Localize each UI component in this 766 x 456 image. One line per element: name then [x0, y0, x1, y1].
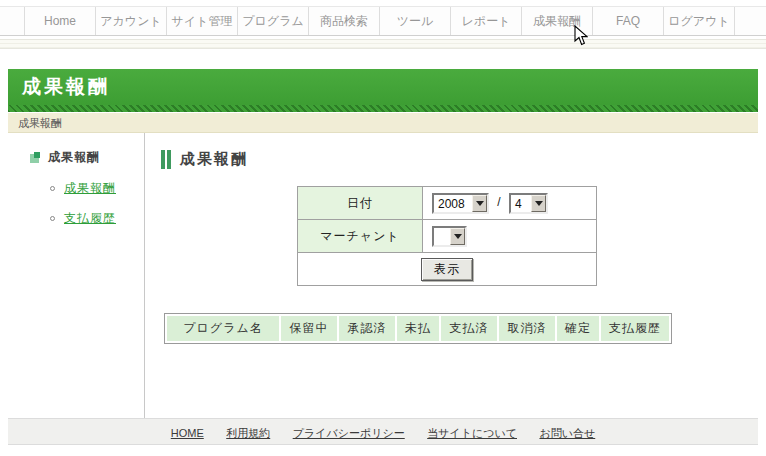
- column-header-payment-history: 支払履歴: [601, 316, 669, 341]
- dropdown-arrow-icon[interactable]: [450, 228, 465, 245]
- nav-item-program[interactable]: プログラム: [238, 7, 309, 35]
- month-select[interactable]: 4: [509, 193, 548, 214]
- date-value-cell: 2008 / 4: [423, 187, 597, 220]
- section-heading: 成果報酬: [161, 149, 758, 169]
- heading-bar-icon: [167, 150, 171, 169]
- date-label: 日付: [298, 187, 423, 220]
- column-header-paid: 支払済: [441, 316, 497, 341]
- footer-link-about-site[interactable]: 当サイトについて: [427, 427, 517, 439]
- sidebar-link-label[interactable]: 成果報酬: [64, 180, 116, 197]
- nav-item-site-admin[interactable]: サイト管理: [167, 7, 238, 35]
- sub-menu-band: [0, 39, 766, 49]
- sidebar: 成果報酬 成果報酬 支払履歴: [8, 133, 145, 418]
- sidebar-header: 成果報酬: [30, 149, 144, 166]
- footer-link-privacy-policy[interactable]: プライバシーポリシー: [293, 427, 405, 439]
- nav-item-faq[interactable]: FAQ: [593, 7, 664, 35]
- year-select-value: 2008: [434, 195, 472, 212]
- squares-icon: [30, 152, 42, 164]
- column-header-program-name: プログラム名: [167, 316, 279, 341]
- date-row: 日付 2008 / 4: [298, 187, 597, 220]
- top-navigation: Home アカウント サイト管理 プログラム 商品検索 ツール レポート 成果報…: [0, 6, 766, 36]
- circle-bullet-icon: [50, 186, 55, 191]
- dropdown-arrow-icon[interactable]: [531, 195, 546, 212]
- column-header-unpaid: 未払: [397, 316, 439, 341]
- nav-item-home[interactable]: Home: [25, 7, 96, 35]
- footer-link-terms[interactable]: 利用規約: [226, 427, 270, 439]
- column-header-cancelled: 取消済: [499, 316, 555, 341]
- main-panel: 成果報酬 日付 2008 / 4: [145, 133, 758, 418]
- column-header-confirmed: 確定: [557, 316, 599, 341]
- dropdown-arrow-icon[interactable]: [472, 195, 487, 212]
- merchant-select-value: [434, 228, 450, 245]
- results-header-row: プログラム名 保留中 承認済 未払 支払済 取消済 確定 支払履歴: [167, 316, 669, 341]
- filter-form-table: 日付 2008 / 4 マーチャント: [297, 186, 597, 286]
- merchant-value-cell: [423, 220, 597, 253]
- footer: HOME 利用規約 プライバシーポリシー 当サイトについて お問い合せ: [8, 418, 758, 445]
- nav-item-report[interactable]: レポート: [451, 7, 522, 35]
- banner-hatch-stripe: [8, 105, 758, 112]
- nav-spacer: [0, 7, 25, 35]
- sidebar-item-payment-history[interactable]: 支払履歴: [50, 210, 144, 227]
- results-table: プログラム名 保留中 承認済 未払 支払済 取消済 確定 支払履歴: [164, 313, 672, 344]
- column-header-approved: 承認済: [339, 316, 395, 341]
- footer-link-home[interactable]: HOME: [171, 427, 204, 439]
- merchant-select[interactable]: [432, 226, 467, 247]
- sidebar-link-label[interactable]: 支払履歴: [64, 210, 116, 227]
- nav-item-logout[interactable]: ログアウト: [664, 7, 735, 35]
- submit-row: 表示: [298, 253, 597, 286]
- page-banner: 成果報酬: [8, 69, 758, 105]
- nav-item-rewards[interactable]: 成果報酬: [522, 7, 593, 35]
- circle-bullet-icon: [50, 216, 55, 221]
- section-heading-text: 成果報酬: [180, 150, 248, 169]
- nav-item-tools[interactable]: ツール: [380, 7, 451, 35]
- date-separator: /: [497, 195, 500, 209]
- sidebar-item-rewards[interactable]: 成果報酬: [50, 180, 144, 197]
- page-container: 成果報酬 成果報酬 成果報酬 成果報酬 支払履歴: [8, 69, 758, 445]
- merchant-row: マーチャント: [298, 220, 597, 253]
- breadcrumb: 成果報酬: [8, 112, 758, 133]
- merchant-label: マーチャント: [298, 220, 423, 253]
- content-area: 成果報酬 成果報酬 支払履歴 成果報酬: [8, 133, 758, 418]
- footer-link-contact[interactable]: お問い合せ: [539, 427, 595, 439]
- column-header-pending: 保留中: [281, 316, 337, 341]
- month-select-value: 4: [511, 195, 531, 212]
- page-title: 成果報酬: [8, 69, 758, 105]
- sidebar-links: 成果報酬 支払履歴: [8, 180, 144, 227]
- sidebar-title: 成果報酬: [48, 149, 100, 166]
- submit-cell: 表示: [298, 253, 597, 286]
- show-button[interactable]: 表示: [421, 258, 473, 281]
- nav-item-account[interactable]: アカウント: [96, 7, 167, 35]
- heading-bar-icon: [161, 150, 165, 169]
- nav-item-product-search[interactable]: 商品検索: [309, 7, 380, 35]
- year-select[interactable]: 2008: [432, 193, 489, 214]
